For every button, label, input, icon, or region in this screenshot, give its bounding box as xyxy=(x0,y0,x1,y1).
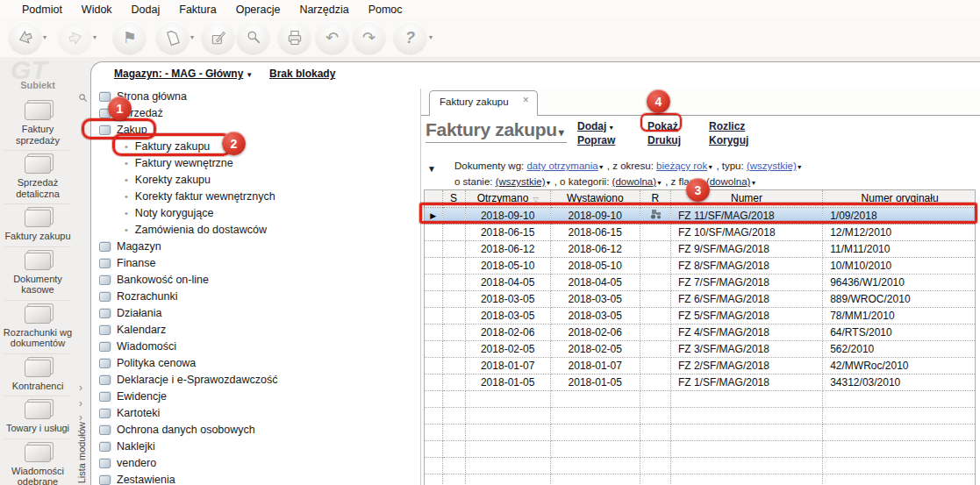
tree-item-noty-korygujace[interactable]: •Noty korygujące xyxy=(91,205,420,222)
rozlicz-link[interactable]: Rozlicz xyxy=(709,120,788,134)
tree-item-naklejki[interactable]: Naklejki xyxy=(91,439,420,455)
sidebar-item-faktury-zakupu[interactable]: Faktury zakupu xyxy=(0,204,75,247)
menu-podmiot[interactable]: Podmiot xyxy=(12,2,72,18)
table-row[interactable]: 2018-03-052018-03-05FZ 5/SF/MAG/201878/M… xyxy=(425,307,976,324)
app-window: Podmiot Widok Dodaj Faktura Operacje Nar… xyxy=(0,0,980,485)
col-numer[interactable]: Numer xyxy=(670,190,822,207)
table-row[interactable]: 2018-03-052018-03-05FZ 6/SF/MAG/2018889/… xyxy=(425,290,976,307)
table-row[interactable]: 2018-05-102018-05-10FZ 8/SF/MAG/201810/M… xyxy=(425,257,976,274)
warehouse-selector-link[interactable]: Magazyn: - MAG - Główny▼ xyxy=(114,68,253,80)
new-document-dropdown-caret[interactable]: ▾ xyxy=(190,33,194,41)
tree-item-ewidencje[interactable]: Ewidencje xyxy=(91,389,420,405)
tree-item-ochrona-danych[interactable]: Ochrona danych osobowych xyxy=(91,422,420,439)
sidebar-item-kontrahenci[interactable]: Kontrahenci xyxy=(0,354,75,397)
filter-dokumenty-wg[interactable]: daty otrzymania xyxy=(526,160,597,171)
koryguj-link[interactable]: Koryguj xyxy=(709,134,788,148)
sidebar-item-towary[interactable]: Towary i usługi xyxy=(0,396,75,439)
tree-item-vendero[interactable]: vendero xyxy=(91,455,420,472)
drukuj-link[interactable]: Drukuj xyxy=(647,134,709,148)
col-otrzymano[interactable]: Otrzymano▽ xyxy=(465,190,550,207)
chevron-down-icon[interactable]: ▼ xyxy=(707,164,713,170)
popraw-link[interactable]: Popraw xyxy=(577,134,647,148)
tree-item-zestawienia[interactable]: Zestawienia xyxy=(91,472,420,485)
sidebar-item-faktury-sprzedazy[interactable]: Faktury sprzedaży xyxy=(0,97,75,151)
tree-item-sprzedaz[interactable]: Sprzedaż xyxy=(91,105,420,122)
strip-chevron-1[interactable]: › xyxy=(79,383,82,392)
table-row[interactable]: 2018-06-152018-06-15FZ 10/SF/MAG/201812/… xyxy=(425,224,976,240)
open-dropdown-caret[interactable]: ▾ xyxy=(43,33,46,41)
menu-operacje[interactable]: Operacje xyxy=(226,2,290,18)
edit-button[interactable] xyxy=(202,21,234,53)
new-document-button[interactable] xyxy=(156,21,189,53)
tree-item-polityka-cenowa[interactable]: Polityka cenowa xyxy=(91,355,420,372)
dodaj-link[interactable]: Dodaj▼ xyxy=(577,120,647,134)
strip-chevron-3[interactable]: › xyxy=(79,413,82,422)
print-button[interactable] xyxy=(278,21,311,53)
lock-status-link[interactable]: Brak blokady xyxy=(269,68,335,80)
table-row[interactable]: 2018-06-122018-06-12FZ 9/SF/MAG/201811/M… xyxy=(425,240,976,257)
redo-button[interactable]: ↷ xyxy=(353,21,385,53)
menu-widok[interactable]: Widok xyxy=(72,2,122,18)
tree-item-kartoteki[interactable]: Kartoteki xyxy=(91,405,420,422)
close-icon[interactable]: × xyxy=(523,94,529,116)
tree-item-magazyn[interactable]: Magazyn xyxy=(91,239,420,255)
table-row[interactable]: 2018-02-062018-02-06FZ 4/SF/MAG/201864/R… xyxy=(425,324,976,340)
tree-item-zakup[interactable]: Zakup xyxy=(91,122,420,139)
table-row[interactable]: 2018-01-072018-01-07FZ 2/SF/MAG/201842/M… xyxy=(425,357,976,374)
strip-chevron-2[interactable]: › xyxy=(79,399,82,408)
send-button[interactable] xyxy=(59,21,91,53)
pin-icon[interactable] xyxy=(78,93,88,105)
sidebar-item-dokumenty-kasowe[interactable]: Dokumenty kasowe xyxy=(0,247,75,301)
col-numer-oryginalu[interactable]: Numer oryginału xyxy=(823,190,976,207)
menu-faktura[interactable]: Faktura xyxy=(169,2,225,18)
col-r[interactable]: R xyxy=(640,190,670,207)
sidebar-item-wiadomosci[interactable]: Wiadomości odebrane xyxy=(0,439,75,485)
help-dropdown-caret[interactable]: ▾ xyxy=(429,33,433,41)
tree-item-korekty-faktur[interactable]: •Korekty faktur wewnętrznych xyxy=(91,189,420,205)
table-row[interactable]: 2018-04-052018-04-05FZ 7/SF/MAG/20189643… xyxy=(425,274,976,290)
filter-kategoria[interactable]: (dowolna) xyxy=(612,176,657,187)
title-dropdown-caret[interactable]: ▾ xyxy=(559,126,564,139)
module-list-vertical-label[interactable]: Lista modułów xyxy=(76,422,87,483)
tree-item-finanse[interactable]: Finanse xyxy=(91,255,420,272)
tree-item-faktury-wewnetrzne[interactable]: •Faktury wewnętrzne xyxy=(91,155,420,172)
menu-dodaj[interactable]: Dodaj xyxy=(122,2,170,18)
chevron-down-icon[interactable]: ▼ xyxy=(598,164,604,170)
filter-flaga[interactable]: (dowolna) xyxy=(706,176,751,187)
filter-collapse-caret[interactable]: ▼ xyxy=(427,164,436,174)
chevron-down-icon[interactable]: ▼ xyxy=(797,164,803,170)
pokaz-link[interactable]: Pokaż xyxy=(647,120,709,134)
find-button[interactable] xyxy=(237,21,269,53)
tab-faktury-zakupu[interactable]: Faktury zakupu × xyxy=(429,90,538,116)
col-s[interactable]: S xyxy=(442,190,465,207)
chevron-down-icon[interactable]: ▼ xyxy=(750,180,756,186)
menu-pomoc[interactable]: Pomoc xyxy=(359,2,412,18)
tree-item-strona-glowna[interactable]: Strona główna xyxy=(91,89,420,105)
send-dropdown-caret[interactable]: ▾ xyxy=(93,33,97,41)
open-button[interactable] xyxy=(9,21,41,53)
chevron-down-icon[interactable]: ▼ xyxy=(656,180,662,186)
tree-item-zamowienia[interactable]: •Zamówienia do dostawców xyxy=(91,222,420,239)
tree-item-kalendarz[interactable]: Kalendarz xyxy=(91,322,420,339)
tree-item-rozrachunki[interactable]: Rozrachunki xyxy=(91,289,420,305)
flag-button[interactable]: ⚑ xyxy=(113,21,146,53)
help-button[interactable]: ? xyxy=(394,21,426,53)
tree-item-dzialania[interactable]: Działania xyxy=(91,305,420,322)
undo-button[interactable]: ↶ xyxy=(316,21,348,53)
filter-stan[interactable]: (wszystkie) xyxy=(496,176,546,187)
tree-item-korekty-zakupu[interactable]: •Korekty zakupu xyxy=(91,172,420,189)
menu-narzedzia[interactable]: Narzędzia xyxy=(290,2,358,18)
filter-okres[interactable]: bieżący rok xyxy=(656,160,707,171)
sidebar-item-sprzedaz-detaliczna[interactable]: Sprzedaż detaliczna xyxy=(0,151,75,204)
filter-typ[interactable]: (wszystkie) xyxy=(747,160,797,171)
chevron-down-icon[interactable]: ▼ xyxy=(546,180,552,186)
sidebar-item-rozrachunki[interactable]: Rozrachunki wg dokumentów xyxy=(0,301,75,354)
col-wystawiono[interactable]: Wystawiono xyxy=(550,190,640,207)
tree-item-bankowosc[interactable]: Bankowość on-line xyxy=(91,272,420,289)
table-row-selected[interactable]: ▶ 2018-09-10 2018-09-10 FZ 11/SF/MAG/201… xyxy=(425,207,976,224)
table-row[interactable]: 2018-01-052018-01-05FZ 1/SF/MAG/20183431… xyxy=(425,374,976,390)
tree-item-faktury-zakupu[interactable]: •Faktury zakupu xyxy=(91,139,420,155)
table-row[interactable]: 2018-02-052018-02-05FZ 3/SF/MAG/2018562/… xyxy=(425,340,976,357)
tree-item-wiadomosci[interactable]: Wiadomości xyxy=(91,339,420,355)
tree-item-deklaracje[interactable]: Deklaracje i e-Sprawozdawczość xyxy=(91,372,420,389)
